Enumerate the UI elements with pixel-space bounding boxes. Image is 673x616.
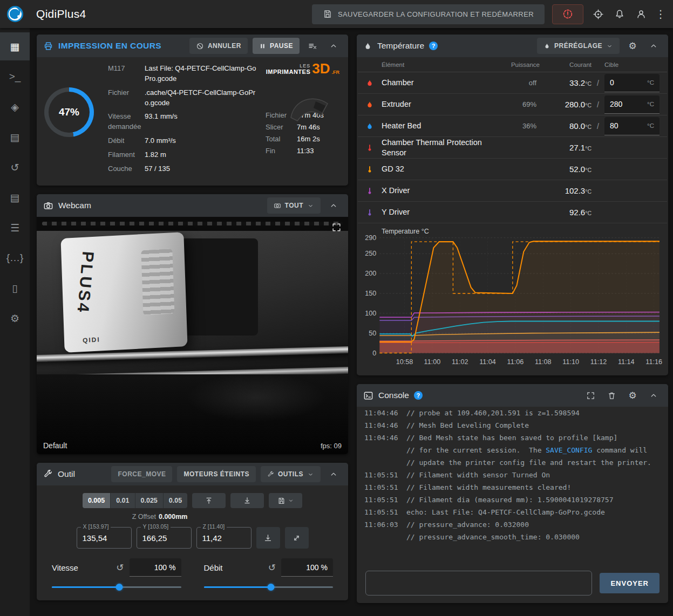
axis-position-input[interactable] xyxy=(77,527,132,549)
chart-title: Temperature °C xyxy=(382,228,429,235)
z-offset-save-button[interactable] xyxy=(269,493,302,508)
tools-dropdown-button[interactable]: OUTILS xyxy=(261,466,321,482)
notifications-button[interactable] xyxy=(610,5,629,23)
z-offset-down-button[interactable] xyxy=(230,493,264,508)
axis-position-input[interactable] xyxy=(137,527,192,549)
z-offset-step-button[interactable]: 0.05 xyxy=(164,493,187,508)
chevron-down-icon xyxy=(606,43,613,50)
trash-icon xyxy=(607,391,616,400)
gear-icon: ⚙ xyxy=(628,390,636,401)
temperature-settings-button[interactable]: ⚙ xyxy=(624,38,641,54)
print-stat-row: Filament 1.82 m xyxy=(108,150,266,160)
print-stat-row: Vitesse demandée 93.1 mm/s xyxy=(108,112,266,132)
exclude-object-button[interactable] xyxy=(304,38,321,54)
sidebar-item-gcode-viewer[interactable]: ◈ xyxy=(0,93,30,121)
temperature-row: Heater Bed 36% 80.0°C / °C xyxy=(358,115,667,137)
collapse-panel-button[interactable] xyxy=(325,197,342,214)
z-offset-up-button[interactable] xyxy=(192,493,226,508)
camera-icon xyxy=(43,201,53,211)
sidebar-item-tune[interactable]: ☰ xyxy=(0,214,30,242)
sidebar-item-dashboard[interactable]: ▦ xyxy=(0,32,30,60)
sidebar-item-files[interactable]: ▤ xyxy=(0,123,30,151)
save-config-restart-button[interactable]: SAUVEGARDER LA CONFIGURATION ET REDÉMARR… xyxy=(312,4,545,24)
target-temp-input[interactable] xyxy=(610,100,638,108)
speed-reset-icon[interactable]: ↺ xyxy=(116,562,124,573)
motors-off-button[interactable]: MOTEURS ÉTEINTS xyxy=(177,466,256,482)
axis-position-input[interactable] xyxy=(196,527,251,549)
chevron-down-icon xyxy=(307,202,314,209)
svg-text:10:58: 10:58 xyxy=(396,358,413,366)
slider-thumb[interactable] xyxy=(115,584,123,591)
collapse-panel-button[interactable] xyxy=(645,38,662,54)
preset-dropdown-button[interactable]: PRÉRÉGLAGE xyxy=(537,38,620,54)
webcam-fullscreen-button[interactable] xyxy=(331,222,342,232)
temperature-panel: Température ? PRÉRÉGLAGE ⚙ xyxy=(357,35,668,375)
user-button[interactable] xyxy=(632,5,650,23)
thermometer-icon xyxy=(365,208,374,217)
console-panel: Console ? xyxy=(357,384,668,603)
print-status-panel: IMPRESSION EN COURS ANNULER xyxy=(37,35,348,186)
app-logo[interactable] xyxy=(0,5,30,23)
console-expand-button[interactable] xyxy=(582,387,599,403)
flow-slider[interactable] xyxy=(204,583,334,591)
target-temp-input[interactable] xyxy=(610,121,638,130)
z-offset-readout: Z Offset0.000mm xyxy=(44,513,275,521)
sidebar-item-console[interactable]: >_ xyxy=(0,63,30,91)
collapse-panel-button[interactable] xyxy=(325,466,342,482)
arrow-down-bar-icon xyxy=(243,496,251,505)
floppy-icon xyxy=(277,497,285,505)
console-clear-button[interactable] xyxy=(603,387,620,403)
app-window: QidiPlus4 SAUVEGARDER LA CONFIGURATION E… xyxy=(0,0,673,616)
probe-calibrate-button[interactable] xyxy=(256,527,280,549)
webcam-image: PLUS4 QIDI Default xyxy=(37,217,348,454)
flame-icon xyxy=(543,43,550,50)
console-log[interactable]: 11:04:46 // probe at 109.460,201.591 is … xyxy=(357,407,668,564)
console-command-input[interactable] xyxy=(365,571,592,596)
chevron-up-icon xyxy=(649,391,658,400)
collapse-panel-button[interactable] xyxy=(325,38,342,54)
axis-position-field: Y [103.05] xyxy=(137,527,192,549)
webcam-source-button[interactable]: TOUT xyxy=(267,197,321,214)
console-settings-button[interactable]: ⚙ xyxy=(624,387,641,403)
help-icon[interactable]: ? xyxy=(414,391,423,400)
chevron-up-icon xyxy=(329,41,338,51)
locate-printhead-button[interactable] xyxy=(589,5,607,23)
print-progress-value: 47% xyxy=(59,106,79,118)
sidebar-item-machine[interactable]: ▯ xyxy=(0,274,30,302)
chevron-up-icon xyxy=(649,41,658,51)
target-temp-field[interactable]: °C xyxy=(604,74,660,92)
help-icon[interactable]: ? xyxy=(429,42,438,50)
z-offset-step-button[interactable]: 0.005 xyxy=(83,493,111,508)
sidebar-item-jobs[interactable]: ▤ xyxy=(0,183,30,211)
sidebar-item-settings[interactable]: ⚙ xyxy=(0,304,30,332)
sidebar-item-macros[interactable]: {…} xyxy=(0,244,30,272)
target-temp-field[interactable]: °C xyxy=(604,95,660,114)
panel-title: Webcam xyxy=(58,201,91,210)
console-send-button[interactable]: ENVOYER xyxy=(600,573,660,593)
slider-thumb[interactable] xyxy=(268,584,275,591)
temp-chart-svg: 10:5811:0011:0211:0411:0611:0811:1011:12… xyxy=(360,229,663,371)
z-offset-step-button[interactable]: 0.025 xyxy=(135,493,164,508)
emergency-stop-button[interactable] xyxy=(552,4,583,24)
cancel-print-button[interactable]: ANNULER xyxy=(189,38,248,54)
svg-text:11:14: 11:14 xyxy=(618,358,635,366)
diagonal-move-button[interactable] xyxy=(285,527,309,549)
speed-value[interactable]: 100 % xyxy=(130,558,181,577)
speed-slider[interactable] xyxy=(52,583,181,591)
svg-text:11:12: 11:12 xyxy=(590,358,607,366)
chevron-up-icon xyxy=(329,469,338,479)
flow-reset-icon[interactable]: ↺ xyxy=(268,562,276,573)
target-temp-field[interactable]: °C xyxy=(604,117,660,135)
collapse-panel-button[interactable] xyxy=(645,387,662,403)
overflow-menu-button[interactable]: ⋮ xyxy=(654,5,668,23)
thermometer-icon xyxy=(365,143,374,152)
pause-print-button[interactable]: PAUSE xyxy=(253,38,300,54)
printer-icon xyxy=(43,41,53,51)
z-offset-step-button[interactable]: 0.01 xyxy=(111,493,135,508)
sidebar-item-history[interactable]: ↺ xyxy=(0,153,30,181)
flow-value[interactable]: 100 % xyxy=(281,558,333,577)
svg-text:290: 290 xyxy=(365,234,376,242)
console-line: 11:05:51 // Filament dia (measured mm): … xyxy=(364,494,661,506)
target-temp-input[interactable] xyxy=(610,78,638,87)
force-move-button[interactable]: FORCE_MOVE xyxy=(111,466,172,482)
